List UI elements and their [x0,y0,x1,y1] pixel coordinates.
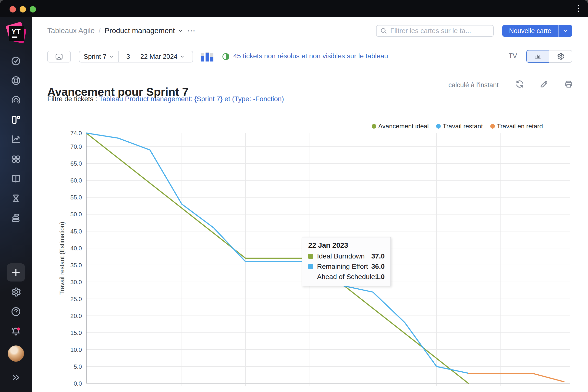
logo-square: YT [9,26,24,41]
legend-dot-remaining [436,124,441,128]
printer-icon [564,80,573,89]
tooltip-row: Ideal Burndown 37.0 [308,252,385,260]
svg-text:15.0: 15.0 [70,330,82,336]
chart-legend: Avancement idéal Travail restant Travail… [372,122,543,130]
svg-text:29 Jan 2023: 29 Jan 2023 [484,391,516,392]
gear-icon [557,52,564,60]
edit-report-button[interactable] [539,80,548,89]
svg-text:30.0: 30.0 [70,279,82,286]
sprint-progress-icon[interactable] [201,52,214,62]
help-button[interactable] [10,306,22,318]
search-input[interactable] [390,27,490,35]
board-selector[interactable]: Product management [104,26,183,35]
new-card-label[interactable]: Nouvelle carte [502,25,558,37]
app-window: ⋮ YT [0,0,588,392]
ideal-swatch [308,254,313,259]
svg-text:21 Jan 2023: 21 Jan 2023 [229,391,262,392]
legend-label: Travail en retard [497,122,543,130]
date-range-label: 3 — 22 Mar 2024 [126,53,178,60]
sidebar-item-timesheets[interactable] [10,192,22,204]
new-card-dropdown[interactable] [558,25,572,37]
svg-text:19 Jan 2023: 19 Jan 2023 [166,391,198,392]
tooltip-row: Ahead of Schedule 1.0 [308,273,385,281]
svg-text:60.0: 60.0 [70,177,82,184]
card-filter-search[interactable] [376,25,494,37]
unresolved-tickets-link[interactable]: 45 tickets non résolus et non visibles s… [233,52,388,60]
print-button[interactable] [564,80,573,89]
main-content: Tableaux Agile / Product management ⋯ No… [32,17,588,392]
svg-text:40.0: 40.0 [70,245,82,252]
svg-text:Travail restant (Estimation): Travail restant (Estimation) [58,222,66,295]
sidebar-item-reports[interactable] [10,133,22,145]
calculated-status: calculé à l'instant [448,81,498,89]
sidebar-item-gantt-charts[interactable] [10,212,22,224]
window-titlebar: ⋮ [0,0,588,17]
tv-mode-toggle[interactable]: TV [508,52,517,60]
chevron-down-icon [109,54,114,59]
notifications-button[interactable] [10,326,22,337]
create-button[interactable] [7,264,25,282]
gantt-icon [10,212,21,223]
youtrack-logo[interactable]: YT [6,22,26,43]
close-window-button[interactable] [10,6,16,12]
notification-dot [17,328,20,330]
check-circle-icon [10,56,21,66]
sprint-selector[interactable]: Sprint 7 [80,51,118,62]
sidebar-item-agile-boards[interactable] [10,114,22,126]
user-avatar[interactable] [8,346,24,362]
agile-board-icon [10,114,21,125]
svg-text:10.0: 10.0 [70,346,82,353]
svg-text:35.0: 35.0 [70,262,82,268]
report-filter: Filtre de tickets : Tableau Product mana… [47,95,284,103]
board-name: Product management [104,26,175,35]
chevron-down-icon [180,54,185,59]
sidebar-item-issues[interactable] [10,55,22,67]
svg-text:25.0: 25.0 [70,296,82,302]
svg-text:50.0: 50.0 [70,211,82,218]
legend-item-remaining[interactable]: Travail restant [436,122,483,130]
grid-icon [10,154,21,164]
sprint-date-group: Sprint 7 3 — 22 Mar 2024 [79,51,193,62]
window-overflow-menu-icon[interactable]: ⋮ [574,4,582,12]
legend-dot-overdue [490,124,495,128]
legend-dot-ideal [372,124,376,128]
breadcrumb: Tableaux Agile / Product management ⋯ [47,26,196,35]
sidebar-item-helpdesk[interactable] [10,75,22,86]
sidebar-item-dashboards[interactable] [10,94,22,106]
legend-item-overdue[interactable]: Travail en retard [490,122,543,130]
svg-text:5.0: 5.0 [74,363,82,370]
date-range-selector[interactable]: 3 — 22 Mar 2024 [118,51,192,62]
chevron-down-icon [563,28,568,34]
svg-text:45.0: 45.0 [70,228,82,235]
search-icon [380,27,387,34]
chart-tooltip: 22 Jan 2023 Ideal Burndown 37.0 Remainin… [302,237,391,286]
legend-item-ideal[interactable]: Avancement idéal [372,122,429,130]
progress-pie-icon [222,53,229,60]
sprint-label: Sprint 7 [84,53,106,60]
refresh-button[interactable] [515,80,524,89]
lifebuoy-icon [10,75,21,86]
board-more-menu[interactable]: ⋯ [187,28,196,33]
chart-settings-tab[interactable] [549,50,572,63]
chart-view-tab[interactable] [526,50,549,63]
new-card-button[interactable]: Nouvelle carte [502,25,572,37]
header-divider [32,47,588,47]
sidebar-item-knowledge-base[interactable] [10,173,22,184]
sidebar-settings-button[interactable] [10,286,22,298]
maximize-window-button[interactable] [30,6,36,12]
minimize-window-button[interactable] [20,6,26,12]
svg-text:55.0: 55.0 [70,194,82,201]
sidebar-item-apps[interactable] [10,153,22,165]
plus-icon [10,267,21,278]
expand-sidebar-button[interactable] [10,372,22,384]
sidebar: YT [0,17,32,392]
filter-label: Filtre de tickets : [47,95,97,103]
svg-text:17 Jan 2023: 17 Jan 2023 [102,391,134,392]
svg-text:65.0: 65.0 [70,160,82,167]
svg-text:23 Jan 2023: 23 Jan 2023 [293,391,325,392]
svg-text:31 Jan 2023: 31 Jan 2023 [548,391,580,392]
logo-text: YT [12,28,21,36]
breadcrumb-section[interactable]: Tableaux Agile [47,26,94,35]
board-view-button[interactable] [47,51,71,62]
filter-query-link[interactable]: Tableau Product management: {Sprint 7} e… [99,95,284,103]
